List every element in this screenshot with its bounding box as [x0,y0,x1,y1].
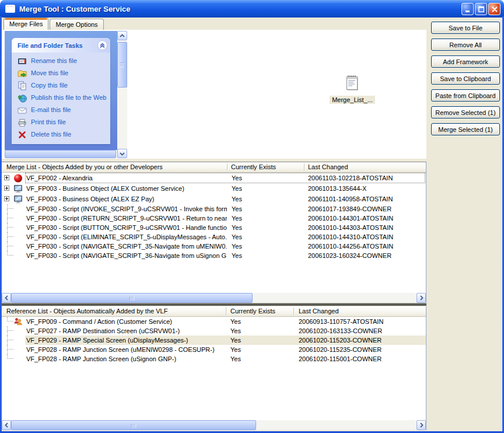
add-framework-button[interactable]: Add Framework [431,55,500,68]
cell-last-changed: 20061010-144256-ATOSTAIN [308,242,393,251]
close-icon[interactable] [488,3,501,15]
column-separator[interactable] [226,308,226,315]
scroll-left-icon[interactable] [2,420,11,430]
cell-object-name: VF_FP028 - RAMP Junction Screen (uMENIW0… [26,345,215,354]
cell-last-changed: 20061013-135644-X [308,183,366,194]
table-row[interactable]: VF_FP030 - Script (BUTTON_SCRIPT_9-uCSRV… [2,223,426,232]
table-row[interactable]: VF_FP002 - Alexandria Yes 20061103-10221… [2,173,426,183]
taskpane-horizontal-scrollbar[interactable] [5,150,117,158]
table-row[interactable]: VF_FP009 - Command / Action (Customer Se… [2,317,426,326]
table-row[interactable]: VF_FP030 - Script (NAVIGATE_SCRIPT_36-Na… [2,251,426,260]
column-header[interactable]: Last Changed [308,162,348,172]
task-panel-title: File and Folder Tasks [18,42,83,49]
task-publish-this-file[interactable]: Publish this file to the Web [18,93,108,103]
chevron-up-icon[interactable] [97,40,107,50]
table-row[interactable]: VF_FP003 - Business Object (ALEX Custome… [2,183,426,194]
copy-file-icon [18,81,27,90]
table-row[interactable]: VF_FP030 - Script (ELIMINATE_SCRIPT_5-uD… [2,232,426,242]
cell-object-name: VF_FP003 - Business Object (ALEX Custome… [26,183,184,194]
task-print-this-file[interactable]: Print this file [18,118,108,127]
cell-last-changed: 20061023-160324-COWNER [308,251,391,260]
reference-list-section: Reference List - Objects Automatically A… [2,306,426,430]
task-label: E-mail this file [31,106,71,114]
tree-line [7,350,8,354]
save-to-clipboard-button[interactable]: Save to Clipboard [431,72,500,85]
table-row[interactable]: VF_FP030 - Script (NAVIGATE_SCRIPT_35-Na… [2,242,426,251]
task-rename-this-file[interactable]: Rename this file [18,57,108,66]
minimize-icon[interactable] [461,3,474,15]
cell-object-name: VF_FP030 - Script (ELIMINATE_SCRIPT_5-uD… [26,232,227,242]
scrollbar-thumb[interactable] [5,150,116,158]
task-copy-this-file[interactable]: Copy this file [18,81,108,90]
scroll-right-icon[interactable] [416,420,426,430]
cell-last-changed: 20061010-144301-ATOSTAIN [308,214,393,223]
cell-object-name: VF_FP030 - Script (RETURN_SCRIPT_9-uCSRV… [26,214,227,223]
scroll-up-icon[interactable] [117,31,127,40]
task-delete-this-file[interactable]: Delete this file [18,130,108,139]
remove-all-button[interactable]: Remove All [431,39,500,51]
merge-list-file[interactable]: Merge_List_... [318,74,386,104]
merge-tool-window: Merge Tool : Customer Service Merge File… [0,0,504,433]
tree-line [7,242,13,246]
cell-currently-exists: Yes [232,223,242,232]
cell-currently-exists: Yes [232,204,242,214]
cell-last-changed: 20060913-110757-ATOSTAIN [299,317,383,326]
scroll-left-icon[interactable] [2,293,11,303]
save-to-file-button[interactable]: Save to File [431,22,500,34]
tab-merge-files[interactable]: Merge Files [4,18,48,30]
taskpane-vertical-scrollbar[interactable] [117,31,127,158]
expand-icon[interactable] [4,186,9,191]
tree-line [7,331,8,336]
tree-line [7,204,13,209]
scrollbar-thumb[interactable] [11,420,256,430]
merge-list-horizontal-scrollbar[interactable] [2,293,426,303]
table-row[interactable]: VF_FP003 - Business Object (ALEX EZ Pay)… [2,194,426,204]
task-move-this-file[interactable]: Move this file [18,69,108,78]
rename-file-icon [18,57,27,66]
cell-last-changed: 20061010-144303-ATOSTAIN [308,223,393,232]
window-border [0,16,2,433]
scroll-down-icon[interactable] [117,149,127,158]
task-email-this-file[interactable]: E-mail this file [18,106,108,115]
cell-last-changed: 20061020-115235-COWNER [299,345,382,354]
tree-line [7,218,8,223]
expand-icon[interactable] [4,196,9,201]
tab-merge-options[interactable]: Merge Options [50,19,103,30]
task-label: Copy this file [31,81,68,89]
window-title: Merge Tool : Customer Service [19,5,130,13]
merge-selected-button[interactable]: Merge Selected (1) [431,123,500,135]
tree-line [7,237,8,242]
titlebar[interactable]: Merge Tool : Customer Service [0,0,504,18]
merge-list-header: Merge List - Objects Added by you or oth… [2,162,426,173]
cell-currently-exists: Yes [232,194,242,204]
remove-selected-button[interactable]: Remove Selected (1) [431,106,500,118]
column-header[interactable]: Currently Exists [230,306,275,316]
table-row[interactable]: VF_FP028 - RAMP Junction Screen (uMENIW0… [2,345,426,354]
column-header[interactable]: Reference List - Objects Automatically A… [6,306,167,316]
column-header[interactable]: Merge List - Objects Added by you or oth… [6,162,163,172]
publish-web-icon [18,93,27,103]
table-row[interactable]: VF_FP030 - Script (INVOKE_SCRIPT_9-uCSRV… [2,204,426,214]
tab-bar: Merge Files Merge Options [4,18,105,30]
table-row selected-row[interactable]: VF_FP029 - RAMP Special Screen (uDisplay… [2,336,426,345]
scrollbar-thumb[interactable] [117,42,127,88]
maximize-icon[interactable] [475,3,487,15]
computer-icon [13,184,23,193]
column-separator[interactable] [227,163,228,171]
paste-from-clipboard-button[interactable]: Paste from Clipboard [431,89,500,102]
expand-icon[interactable] [4,175,9,180]
cell-object-name: VF_FP003 - Business Object (ALEX EZ Pay) [26,194,154,204]
task-panel-header[interactable]: File and Folder Tasks [12,38,110,53]
cell-currently-exists: Yes [230,354,241,364]
table-row[interactable]: VF_FP028 - RAMP Junction Screen (uSignon… [2,354,426,364]
column-header[interactable]: Last Changed [299,306,339,316]
tree-line [7,246,8,251]
reference-list-horizontal-scrollbar[interactable] [2,420,426,430]
scrollbar-thumb[interactable] [11,293,253,303]
column-header[interactable]: Currently Exists [231,162,276,172]
column-separator[interactable] [293,308,294,315]
column-separator[interactable] [304,163,304,171]
table-row[interactable]: VF_FP027 - RAMP Destination Screen (uCSR… [2,326,426,336]
scroll-right-icon[interactable] [416,293,426,303]
table-row[interactable]: VF_FP030 - Script (RETURN_SCRIPT_9-uCSRV… [2,214,426,223]
